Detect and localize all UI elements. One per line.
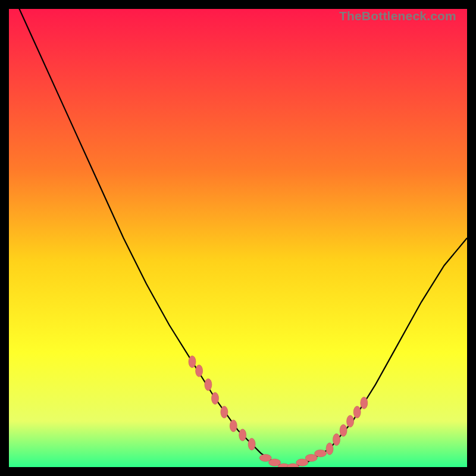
watermark-text: TheBottleneck.com: [339, 9, 456, 23]
curve-marker: [340, 424, 347, 436]
curve-marker: [189, 356, 196, 368]
chart-frame: TheBottleneck.com: [9, 9, 467, 467]
curve-marker: [347, 415, 354, 427]
curve-marker: [353, 406, 361, 418]
curve-marker: [212, 393, 219, 405]
curve-marker: [196, 365, 203, 377]
curve-marker: [248, 439, 255, 450]
curve-marker: [333, 434, 340, 446]
curve-marker: [239, 429, 246, 441]
curve-marker: [230, 420, 237, 432]
gradient-background: [9, 9, 467, 467]
curve-marker: [326, 443, 333, 455]
curve-marker: [221, 406, 228, 418]
curve-marker: [315, 450, 327, 457]
curve-marker: [361, 397, 368, 409]
bottleneck-chart: [9, 9, 467, 467]
curve-marker: [205, 378, 212, 390]
